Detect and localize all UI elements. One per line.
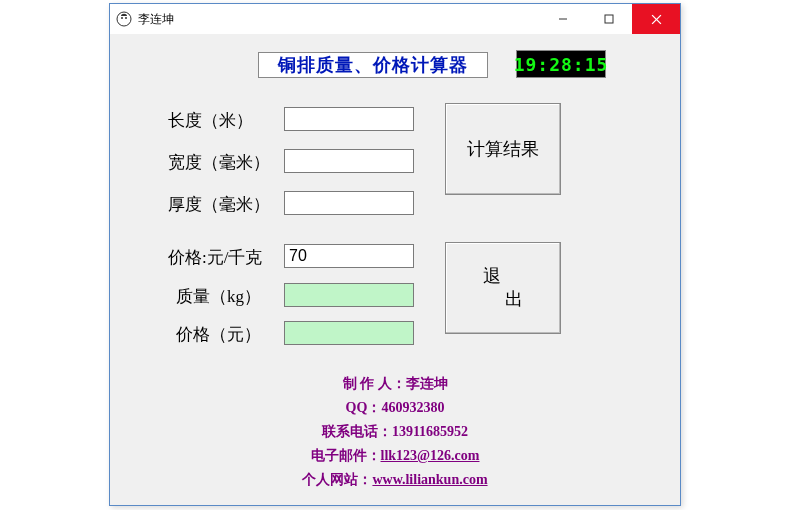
label-price-per-kg: 价格:元/千克 (168, 246, 262, 269)
length-input[interactable] (284, 107, 414, 131)
label-width: 宽度（毫米） (168, 151, 270, 174)
titlebar: 李连坤 (110, 4, 680, 34)
price-output[interactable] (284, 321, 414, 345)
price-per-kg-input[interactable] (284, 244, 414, 268)
exit-button[interactable]: 退 出 (445, 242, 561, 334)
width-input[interactable] (284, 149, 414, 173)
svg-point-1 (121, 17, 123, 19)
credits-phone: 联系电话：13911685952 (110, 420, 680, 444)
credits-author: 制 作 人：李连坤 (110, 372, 680, 396)
titlebar-controls (540, 4, 680, 34)
svg-rect-4 (605, 15, 613, 23)
credits-site-label: 个人网站： (302, 472, 372, 487)
titlebar-left: 李连坤 (116, 11, 174, 28)
svg-point-2 (125, 17, 127, 19)
mass-output[interactable] (284, 283, 414, 307)
clock-display: 19:28:15 (516, 50, 606, 78)
maximize-button[interactable] (586, 4, 632, 34)
app-window: 李连坤 铜排质量、价格计算器 19:28:15 长度（米） 宽度（毫米） 厚度（… (109, 3, 681, 506)
credits: 制 作 人：李连坤 QQ：460932380 联系电话：13911685952 … (110, 372, 680, 492)
credits-qq: QQ：460932380 (110, 396, 680, 420)
calculate-button[interactable]: 计算结果 (445, 103, 561, 195)
credits-email-line: 电子邮件：llk123@126.com (110, 444, 680, 468)
minimize-button[interactable] (540, 4, 586, 34)
page-title: 铜排质量、价格计算器 (258, 52, 488, 78)
credits-site-link[interactable]: www.liliankun.com (372, 472, 487, 487)
credits-site-line: 个人网站：www.liliankun.com (110, 468, 680, 492)
exit-button-label-1: 退 (483, 265, 501, 288)
credits-email-link[interactable]: llk123@126.com (381, 448, 480, 463)
client-area: 铜排质量、价格计算器 19:28:15 长度（米） 宽度（毫米） 厚度（毫米） … (110, 34, 680, 505)
label-length: 长度（米） (168, 109, 253, 132)
label-thickness: 厚度（毫米） (168, 193, 270, 216)
label-mass: 质量（kg） (176, 285, 261, 308)
exit-button-label-2: 出 (505, 288, 523, 311)
app-icon (116, 11, 132, 27)
close-button[interactable] (632, 4, 680, 34)
credits-email-label: 电子邮件： (311, 448, 381, 463)
label-price: 价格（元） (176, 323, 261, 346)
window-title: 李连坤 (138, 11, 174, 28)
thickness-input[interactable] (284, 191, 414, 215)
calculate-button-label: 计算结果 (467, 137, 539, 161)
